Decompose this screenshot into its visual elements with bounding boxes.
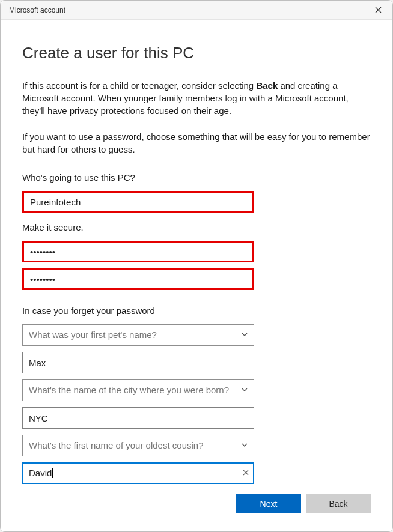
username-input[interactable] <box>22 191 254 213</box>
back-button[interactable]: Back <box>306 494 371 513</box>
close-icon <box>242 469 249 476</box>
security-question-2-select[interactable]: What's the name of the city where you we… <box>22 379 254 401</box>
intro-text-2: If you want to use a password, choose so… <box>22 130 371 156</box>
dialog-content: Create a user for this PC If this accoun… <box>1 20 392 531</box>
next-button[interactable]: Next <box>236 494 301 513</box>
intro-part1: If this account is for a child or teenag… <box>22 80 256 91</box>
security-question-3-text: What's the first name of your oldest cou… <box>22 435 254 456</box>
confirm-password-input[interactable] <box>22 268 254 290</box>
intro-text-1: If this account is for a child or teenag… <box>22 79 371 117</box>
section-forget-label: In case you forget your password <box>22 306 371 316</box>
page-title: Create a user for this PC <box>22 44 371 62</box>
intro-bold: Back <box>256 80 278 91</box>
section-user-label: Who's going to use this PC? <box>22 172 371 183</box>
security-answer-3-value: David <box>29 468 52 478</box>
footer-buttons: Next Back <box>236 494 371 513</box>
password-input[interactable] <box>22 241 254 262</box>
dialog-window: Microsoft account Create a user for this… <box>0 0 393 532</box>
security-question-3-select[interactable]: What's the first name of your oldest cou… <box>22 435 254 456</box>
security-answer-3-wrap: David <box>22 462 254 484</box>
security-question-2-text: What's the name of the city where you we… <box>22 379 254 401</box>
close-icon <box>375 7 382 13</box>
security-question-1-text: What was your first pet's name? <box>22 324 254 346</box>
security-answer-2-input[interactable] <box>22 407 254 429</box>
section-secure-label: Make it secure. <box>22 222 371 232</box>
clear-input-button[interactable] <box>242 468 249 479</box>
titlebar: Microsoft account <box>1 1 392 20</box>
security-answer-3-input[interactable]: David <box>22 462 254 484</box>
security-question-1-select[interactable]: What was your first pet's name? <box>22 324 254 346</box>
window-title: Microsoft account <box>9 6 66 14</box>
close-button[interactable] <box>370 2 386 19</box>
security-answer-1-input[interactable] <box>22 352 254 373</box>
